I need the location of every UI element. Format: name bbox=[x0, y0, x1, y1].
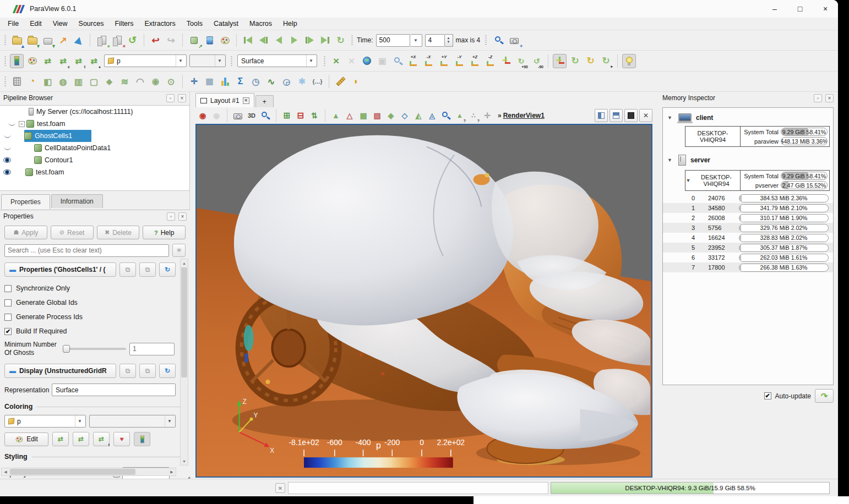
rank-row[interactable]: 35756 329.76 MiB 2.02% bbox=[663, 223, 833, 233]
contour-icon[interactable]: ◔ bbox=[25, 74, 39, 89]
chevron-down-icon[interactable]: ▼ bbox=[667, 115, 674, 120]
min-ghosts-value[interactable] bbox=[129, 343, 175, 355]
time-value-input[interactable] bbox=[376, 34, 410, 47]
select-points-through-icon[interactable]: ▧ bbox=[371, 109, 383, 122]
visibility-on-icon[interactable] bbox=[3, 169, 11, 175]
paste-properties-icon[interactable]: ⧉ bbox=[139, 262, 156, 277]
copy-properties-icon[interactable]: ⧉ bbox=[119, 262, 136, 277]
reset-button[interactable]: ⊘Reset bbox=[51, 226, 94, 239]
split-horizontal-button[interactable] bbox=[595, 109, 608, 122]
capture-view-icon[interactable] bbox=[232, 109, 244, 122]
plot-over-line-icon[interactable]: ∿ bbox=[264, 74, 278, 89]
warp-by-vector-icon[interactable]: ◠ bbox=[133, 74, 147, 89]
light-kit-toggle-icon[interactable] bbox=[622, 54, 636, 68]
float-panel-icon[interactable]: ▫ bbox=[166, 94, 175, 102]
paste-display-icon[interactable]: ⧉ bbox=[139, 364, 156, 378]
synchronize-only-checkbox[interactable] bbox=[4, 285, 12, 292]
section-display-header[interactable]: ▬ Display (UnstructuredGridR bbox=[4, 364, 116, 378]
show-color-legend-button[interactable] bbox=[134, 432, 150, 446]
extract-subset-icon[interactable]: ▢ bbox=[87, 74, 101, 89]
select-points-polygon-icon[interactable]: ◇ bbox=[399, 109, 411, 122]
rank-row[interactable]: 523952 305.37 MiB 1.87% bbox=[663, 243, 833, 253]
time-dropdown[interactable]: ▼ bbox=[410, 34, 422, 47]
zoom-to-box-view-icon[interactable] bbox=[259, 109, 271, 122]
interactive-select-cells-icon[interactable]: ◬ bbox=[426, 109, 438, 122]
copy-display-icon[interactable]: ⧉ bbox=[119, 364, 136, 378]
pipeline-item-celldatatopointdata1[interactable]: CellDatatoPointData1 bbox=[0, 142, 189, 154]
histogram-icon[interactable] bbox=[218, 74, 232, 89]
coloring-component-combo[interactable]: ▼ bbox=[89, 415, 176, 428]
tab-layout1[interactable]: Layout #1 ✕ bbox=[195, 93, 254, 107]
reset-display-icon[interactable]: ↻ bbox=[159, 364, 176, 378]
menu-help[interactable]: Help bbox=[277, 18, 303, 29]
color-array-combo[interactable]: p ▼ bbox=[104, 54, 187, 67]
new-layout-tab[interactable]: + bbox=[255, 95, 274, 107]
rotate-camera-cw-icon[interactable]: ↻ bbox=[568, 54, 582, 68]
zoom-to-box-icon[interactable] bbox=[360, 54, 374, 68]
client-group[interactable]: ▼ client bbox=[663, 108, 833, 124]
delete-button[interactable]: ✖Delete bbox=[97, 226, 140, 239]
menu-view[interactable]: View bbox=[47, 18, 73, 29]
favorites-presets-button[interactable]: ♥ bbox=[113, 432, 130, 446]
temporal-interpolator-icon[interactable]: ✱ bbox=[295, 74, 309, 89]
disconnect-server-icon[interactable]: × bbox=[110, 33, 124, 47]
select-cells-query-icon[interactable]: ▲? bbox=[454, 109, 466, 122]
refresh-memory-icon[interactable]: ↷ bbox=[815, 389, 834, 403]
play-forward-icon[interactable] bbox=[287, 33, 301, 47]
redo-icon[interactable]: ↪ bbox=[164, 33, 178, 47]
toggle-color-legend-icon[interactable] bbox=[10, 54, 24, 68]
close-panel-icon[interactable]: × bbox=[178, 94, 186, 102]
reset-session-icon[interactable]: ↺ bbox=[126, 33, 139, 47]
plot-selection-over-time-icon[interactable]: ◶ bbox=[280, 74, 293, 89]
rotate-90-cw-icon[interactable]: ↻+90 bbox=[514, 54, 528, 68]
representation-combo[interactable]: Surface ▼ bbox=[237, 54, 317, 67]
auto-apply-icon[interactable] bbox=[203, 33, 216, 47]
minimize-button[interactable]: – bbox=[762, 0, 787, 18]
subtract-selection-icon[interactable]: ⊟ bbox=[295, 109, 307, 122]
view-plus-y-icon[interactable]: +Y bbox=[437, 54, 451, 68]
probe-location-icon[interactable]: ✛ bbox=[187, 74, 201, 89]
properties-vertical-scrollbar[interactable]: ▲ ▼ bbox=[180, 259, 188, 465]
reset-camera-closest-icon[interactable]: × bbox=[345, 54, 358, 68]
menu-filters[interactable]: Filters bbox=[109, 18, 139, 29]
add-selection-icon[interactable]: ⊞ bbox=[281, 109, 293, 122]
rank-row[interactable]: 024076 384.53 MiB 2.36% bbox=[663, 193, 833, 203]
reset-defaults-icon[interactable]: ↻ bbox=[159, 262, 176, 277]
close-panel-icon[interactable]: × bbox=[825, 94, 834, 102]
server-group[interactable]: ▼ server bbox=[663, 149, 833, 168]
ruler-icon[interactable] bbox=[334, 74, 347, 89]
build-if-required-checkbox[interactable]: ✔ bbox=[4, 328, 12, 335]
gear-icon[interactable]: ✳ bbox=[172, 244, 186, 257]
visibility-off-icon[interactable] bbox=[4, 134, 11, 138]
tab-information[interactable]: Information bbox=[51, 194, 103, 208]
float-panel-icon[interactable]: ▫ bbox=[814, 94, 822, 102]
extract-block-icon[interactable]: ⊙ bbox=[164, 74, 178, 89]
menu-tools[interactable]: Tools bbox=[181, 18, 208, 29]
select-block-icon[interactable]: ◭ bbox=[412, 109, 425, 122]
search-data-icon[interactable] bbox=[492, 33, 505, 47]
rank-row[interactable]: 226008 310.17 MiB 1.90% bbox=[663, 213, 833, 223]
open-file-icon[interactable]: ▲ bbox=[10, 33, 24, 47]
clear-message-icon[interactable]: ✕ bbox=[275, 483, 285, 493]
extract-selection-icon[interactable]: ▩ bbox=[203, 74, 216, 89]
pipeline-item-testfoam[interactable]: − test.foam bbox=[0, 118, 189, 130]
pipeline-item-contour1[interactable]: Contour1 bbox=[0, 154, 189, 166]
split-vertical-button[interactable] bbox=[609, 109, 623, 122]
component-combo[interactable]: ▼ bbox=[189, 54, 226, 67]
undo-icon[interactable]: ↩ bbox=[149, 33, 162, 47]
rotate-camera-center-icon[interactable]: ↻ bbox=[584, 54, 597, 68]
menu-edit[interactable]: Edit bbox=[24, 18, 47, 29]
render-view-link[interactable]: RenderView1 bbox=[503, 112, 545, 119]
previous-frame-icon[interactable] bbox=[257, 33, 270, 47]
menu-extractors[interactable]: Extractors bbox=[139, 18, 181, 29]
generate-process-ids-checkbox[interactable] bbox=[4, 314, 12, 321]
capture-screenshot-icon[interactable]: + bbox=[507, 33, 521, 47]
zoom-to-selection-icon[interactable] bbox=[391, 54, 405, 68]
rescale-to-data-button[interactable]: ⇄ bbox=[52, 432, 69, 446]
loop-icon[interactable]: ↻ bbox=[334, 33, 347, 47]
rank-row[interactable]: 134580 341.79 MiB 2.10% bbox=[663, 203, 833, 213]
edit-color-map-icon[interactable] bbox=[25, 54, 39, 68]
rescale-temporal-button[interactable]: ⇄t bbox=[93, 432, 110, 446]
help-button[interactable]: ?Help bbox=[143, 226, 186, 239]
view-minus-z-icon[interactable]: -Z bbox=[483, 54, 497, 68]
